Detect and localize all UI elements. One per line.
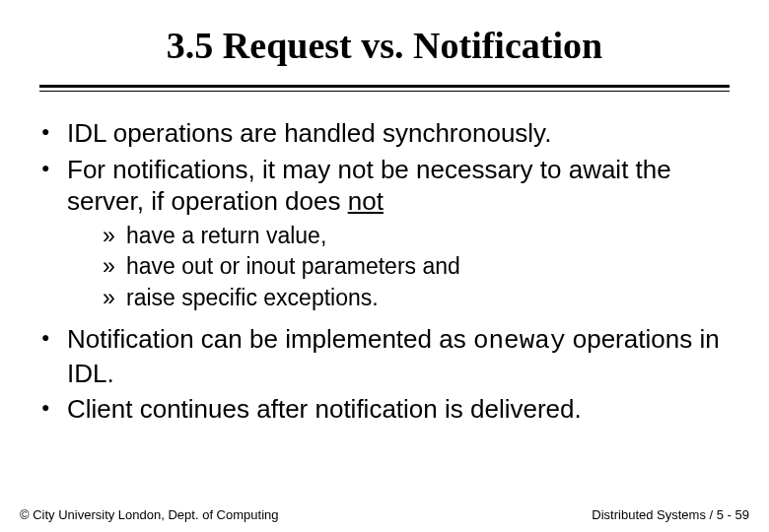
footer-right: Distributed Systems / 5 - 59 <box>592 507 749 522</box>
slide-body: IDL operations are handled synchronously… <box>39 117 730 426</box>
bullet-3-pre: Notification can be implemented as <box>67 324 473 354</box>
title-rule <box>39 85 730 92</box>
bullet-4: Client continues after notification is d… <box>41 393 728 426</box>
sub-bullet-3: raise specific exceptions. <box>103 284 728 313</box>
bullet-1: IDL operations are handled synchronously… <box>41 117 728 150</box>
sub-bullet-2: have out or inout parameters and <box>103 252 728 282</box>
bullet-2-underlined: not <box>348 186 384 216</box>
slide-title: 3.5 Request vs. Notification <box>39 24 730 67</box>
sub-bullet-1: have a return value, <box>103 222 728 251</box>
bullet-3-mono: oneway <box>473 326 566 356</box>
footer-left: © City University London, Dept. of Compu… <box>20 507 278 522</box>
bullet-2: For notifications, it may not be necessa… <box>41 154 728 314</box>
bullet-3: Notification can be implemented as onewa… <box>41 323 728 389</box>
